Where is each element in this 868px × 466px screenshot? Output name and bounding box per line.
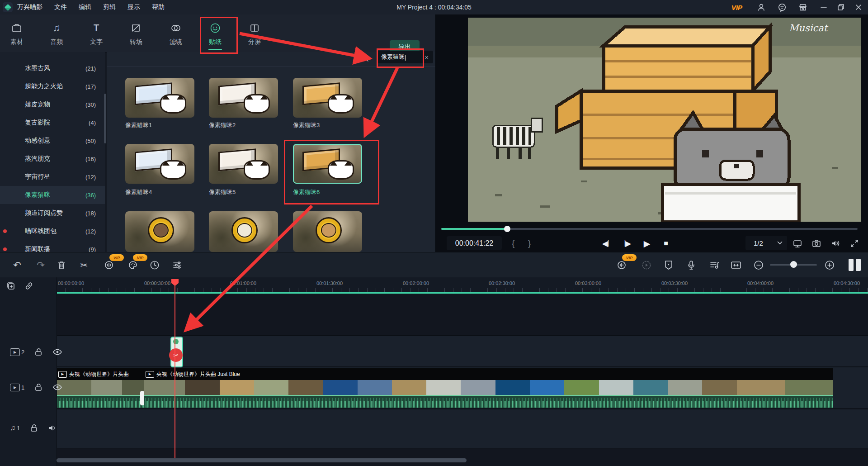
marker-button[interactable] xyxy=(661,258,676,272)
audio-icon: ♫ xyxy=(53,22,61,34)
split-scissors-button[interactable]: ✂ xyxy=(77,258,91,272)
sidebar-item[interactable]: 水墨古风(21) xyxy=(0,59,105,77)
tab-transition[interactable]: 转场 xyxy=(120,18,152,50)
clip-thumbnails[interactable] xyxy=(144,380,833,395)
stop-button[interactable]: ■ xyxy=(659,237,673,250)
sidebar-item[interactable]: 喵咪线团包(12) xyxy=(0,222,105,240)
preview-progress-thumb[interactable] xyxy=(504,226,510,232)
sticker-label: 像素猫咪5 xyxy=(209,188,236,196)
add-track-icon[interactable] xyxy=(5,280,17,292)
account-icon[interactable] xyxy=(754,0,769,14)
sticker-item-4[interactable] xyxy=(125,144,194,184)
sticker-label: 像素猫咪4 xyxy=(125,188,152,196)
timeline-zoom-knob[interactable] xyxy=(790,261,797,268)
eye-icon[interactable] xyxy=(52,384,62,391)
sticker-item-2[interactable] xyxy=(209,78,278,118)
lock-icon[interactable] xyxy=(34,383,42,392)
track-type-icon: ♫1 xyxy=(10,424,20,432)
fullscreen-icon[interactable] xyxy=(848,237,861,250)
zoom-out-button[interactable] xyxy=(751,258,766,272)
video-clip-2[interactable]: ▶ 央视《动物世界》片头曲 Just Blue xyxy=(144,368,833,380)
splitscreen-icon xyxy=(249,22,260,34)
timeline-used-range-bar xyxy=(57,292,868,294)
restore-button[interactable] xyxy=(834,0,848,14)
media-icon xyxy=(11,22,22,34)
clip-audio-waveform[interactable] xyxy=(57,395,833,408)
video-track-2-row[interactable] xyxy=(0,336,868,366)
link-clips-icon[interactable] xyxy=(23,280,35,292)
sidebar-item[interactable]: 频道订阅点赞(18) xyxy=(0,204,105,222)
next-frame-button[interactable]: ▕▶ xyxy=(619,237,633,250)
feedback-icon[interactable] xyxy=(775,0,789,14)
render-preview-button[interactable] xyxy=(639,258,654,272)
annotation-box-sticker-tab xyxy=(200,17,238,54)
sticker-item-1[interactable] xyxy=(125,78,194,118)
tab-filter[interactable]: 滤镜 xyxy=(160,18,192,50)
sticker-item-3[interactable] xyxy=(293,78,362,118)
speaker-icon[interactable] xyxy=(48,424,57,432)
timeline-horizontal-scrollbar[interactable] xyxy=(57,458,467,462)
store-icon[interactable] xyxy=(796,0,810,14)
adjust-sliders-button[interactable] xyxy=(170,258,184,272)
vip-badge: VIP xyxy=(622,254,637,261)
clip-thumbnails[interactable] xyxy=(57,380,144,395)
snapshot-camera-icon[interactable] xyxy=(810,237,823,250)
ruler-label: 00:03:30:00 xyxy=(661,281,688,286)
tab-text[interactable]: T 文字 xyxy=(80,18,112,50)
panel-layout-button[interactable] xyxy=(849,259,861,271)
video-preview[interactable] xyxy=(468,18,861,222)
undo-button[interactable]: ↶ xyxy=(10,258,24,272)
lock-icon[interactable] xyxy=(34,347,42,357)
filter-icon xyxy=(170,22,182,34)
display-device-icon[interactable] xyxy=(791,237,804,250)
record-voiceover-button[interactable] xyxy=(684,258,698,272)
tab-audio[interactable]: ♫ 音频 xyxy=(41,18,72,50)
volume-icon[interactable] xyxy=(829,237,842,250)
audio-mixer-button[interactable] xyxy=(707,258,722,272)
speed-duration-button[interactable] xyxy=(147,258,162,272)
sidebar-item[interactable]: 嬉皮宠物(30) xyxy=(0,95,105,114)
vip-badge: VIP xyxy=(133,254,147,261)
denoise-button[interactable]: VIP xyxy=(102,258,117,272)
sidebar-item-pixel-cat-active[interactable]: 像素猫咪(36) xyxy=(0,186,105,204)
vip-button[interactable]: VIP xyxy=(727,0,747,14)
preview-quality-dropdown[interactable]: 1/2 xyxy=(745,236,787,250)
minimize-button[interactable] xyxy=(816,0,831,14)
preview-timecode: 00:00:41:22 xyxy=(447,236,502,250)
watermark: Musicat xyxy=(789,23,827,33)
sidebar-item[interactable]: 动感创意(50) xyxy=(0,132,105,150)
close-button[interactable] xyxy=(851,0,866,14)
fit-timeline-button[interactable] xyxy=(729,258,743,272)
mark-out-button[interactable]: } xyxy=(528,236,531,250)
clear-search-icon[interactable]: × xyxy=(425,53,429,61)
color-palette-button[interactable]: VIP xyxy=(126,258,140,272)
sidebar-item[interactable]: 蒸汽朋克(16) xyxy=(0,150,105,168)
sidebar-item[interactable]: 宇宙行星(12) xyxy=(0,168,105,186)
playhead-line[interactable] xyxy=(175,279,175,458)
sticker-item-7[interactable] xyxy=(125,211,194,252)
sticker-label: 像素猫咪1 xyxy=(125,121,152,129)
search-icon[interactable] xyxy=(360,53,370,63)
audio-track-1-row[interactable] xyxy=(0,409,868,448)
sidebar-item[interactable]: 复古影院(4) xyxy=(0,114,105,132)
sticker-item-5[interactable] xyxy=(209,144,278,184)
mark-in-button[interactable]: { xyxy=(512,236,514,250)
tab-media[interactable]: 素材 xyxy=(1,18,33,50)
delete-button[interactable] xyxy=(54,258,69,272)
transition-icon xyxy=(131,22,142,34)
tab-splitscreen[interactable]: 分屏 xyxy=(239,18,270,50)
redo-button[interactable]: ↷ xyxy=(33,258,48,272)
video-clip-1[interactable]: ▶ 央视《动物世界》片头曲 xyxy=(57,368,144,380)
sticker-item-8[interactable] xyxy=(209,211,278,252)
eye-icon[interactable] xyxy=(52,348,62,356)
sidebar-scrollbar[interactable] xyxy=(104,94,106,143)
audio-track-header: ♫1 xyxy=(10,423,57,433)
play-button[interactable]: ▶ xyxy=(640,237,654,250)
clip-trim-handle[interactable] xyxy=(140,391,144,405)
zoom-in-button[interactable] xyxy=(822,258,837,272)
previous-frame-button[interactable]: ◀▏ xyxy=(600,237,614,250)
sticker-item-9[interactable] xyxy=(293,211,362,252)
sidebar-item[interactable]: 超能力之火焰(17) xyxy=(0,77,105,95)
lock-icon[interactable] xyxy=(30,423,38,433)
audio-sync-button[interactable]: VIP xyxy=(615,258,629,272)
